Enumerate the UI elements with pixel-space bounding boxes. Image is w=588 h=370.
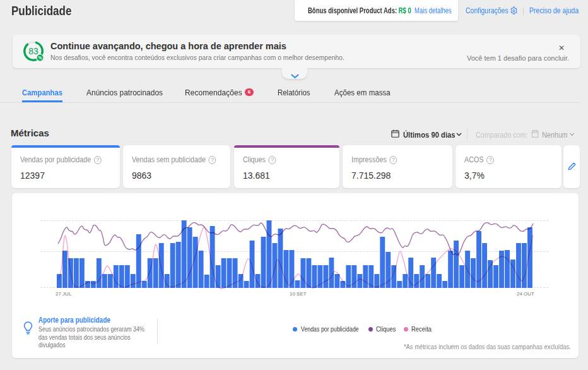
- svg-text:83: 83: [28, 46, 38, 56]
- svg-text:%: %: [38, 56, 42, 60]
